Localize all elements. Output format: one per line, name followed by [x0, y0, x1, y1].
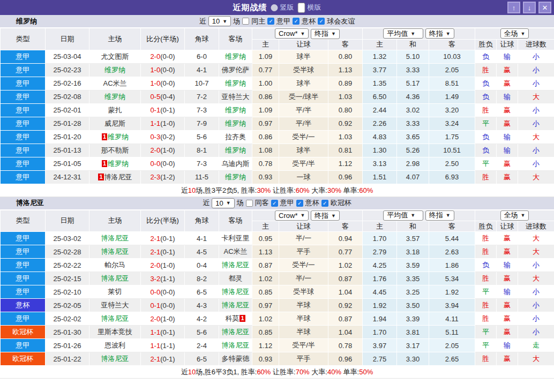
avg-home-odds: 1.51: [363, 170, 397, 184]
team-name: 亚特兰大: [222, 93, 250, 101]
match-count-select[interactable]: 10▼: [208, 16, 231, 26]
score-cell: 2-1(0-1): [141, 245, 185, 259]
result-goals: 小: [518, 312, 554, 326]
fulltime-score: 2-3: [150, 173, 160, 181]
away-team-cell: 维罗纳: [219, 77, 252, 90]
avg-home-odds: 2.44: [363, 103, 397, 117]
close-button[interactable]: ✕: [538, 2, 551, 13]
fulltime-score: 1-0: [150, 79, 160, 87]
handicap-away-odds: 1.04: [328, 285, 363, 299]
column-subheader: 主: [252, 221, 279, 232]
chevron-down-icon: ▼: [331, 213, 336, 218]
avg-away-odds: 2.65: [429, 352, 475, 366]
team-name: 博洛尼亚: [101, 274, 129, 282]
checkbox-同客[interactable]: [246, 200, 253, 207]
avg-stage-select[interactable]: 终指▼: [425, 210, 454, 221]
avg-source-select[interactable]: 平均值▼: [383, 28, 423, 39]
result-handicap: 赢: [497, 170, 518, 184]
halftime-score: (0-0): [160, 160, 175, 168]
league-badge: 意甲: [1, 232, 46, 245]
team-name: 帕尔马: [104, 261, 125, 269]
result-outcome: 胜: [475, 299, 497, 312]
checkbox-label: 意杯: [305, 198, 319, 208]
checkbox-意甲[interactable]: ✓: [267, 18, 274, 25]
score-cell: 2-1(0-1): [141, 352, 185, 366]
team-name: 尤文图斯: [101, 52, 129, 61]
near-label: 近: [199, 17, 206, 26]
result-goals: 小: [518, 77, 554, 90]
score-cell: 2-0(1-0): [141, 144, 185, 157]
match-row: 意甲25-02-23维罗纳1-0(0-0)4-1佛罗伦萨0.77受半球1.133…: [1, 63, 554, 77]
away-team-cell: 博洛尼亚: [219, 259, 252, 272]
halftime-score: (0-0): [160, 66, 175, 74]
away-team-cell: 卡利亚里: [219, 232, 252, 245]
home-team-cell: 博洛尼亚: [89, 245, 141, 259]
avg-source-select[interactable]: 平均值▼: [383, 210, 423, 221]
home-team-cell: 尤文图斯: [89, 50, 141, 63]
home-team-cell: 莱切: [89, 285, 141, 299]
checkbox-球会友谊[interactable]: ✓: [318, 18, 325, 25]
odds-source-select[interactable]: Crow*▼: [275, 28, 309, 39]
match-date: 25-01-20: [46, 130, 89, 144]
odds-stage-select[interactable]: 终指▼: [311, 210, 340, 221]
result-outcome: 负: [475, 144, 497, 157]
handicap-away-odds: 1.03: [328, 130, 363, 144]
view-option-vertical[interactable]: 竖版: [271, 3, 294, 12]
result-outcome: 胜: [475, 170, 497, 184]
checkbox-同主[interactable]: [242, 18, 249, 25]
score-cell: 2-1(0-1): [141, 232, 185, 245]
match-row: 意甲25-02-10莱切0-0(0-0)6-5博洛尼亚0.85受半球1.044.…: [1, 285, 554, 299]
score-cell: 2-0(1-0): [141, 312, 185, 326]
checkbox-意杯[interactable]: ✓: [296, 200, 303, 207]
away-team-cell: 亚特兰大: [219, 90, 252, 103]
home-team-cell: AC米兰: [89, 77, 141, 90]
corners-cell: 8-2: [185, 272, 219, 285]
avg-stage-select[interactable]: 终指▼: [425, 28, 454, 39]
result-outcome: 平: [475, 117, 497, 130]
result-handicap: 赢: [497, 245, 518, 259]
move-down-button[interactable]: ↓: [523, 2, 536, 13]
close-icon: ✕: [542, 4, 548, 12]
result-handicap: 输: [497, 339, 518, 352]
result-goals: 小: [518, 326, 554, 339]
avg-draw-odds: 4.36: [397, 90, 429, 103]
column-header: 客场: [219, 28, 252, 50]
move-up-button[interactable]: ↑: [507, 2, 520, 13]
avg-draw-odds: 4.07: [397, 170, 429, 184]
matches-table-0: 类型日期主场比分(半场)角球客场Crow*▼ 终指▼平均值▼ 终指▼全场▼主让球…: [0, 28, 554, 184]
column-subheader: 让球: [279, 221, 328, 232]
avg-source-select-value: 平均值: [387, 210, 408, 220]
match-date: 25-01-13: [46, 144, 89, 157]
column-subheader: 让球: [279, 39, 328, 50]
odds-stage-select[interactable]: 终指▼: [311, 29, 340, 39]
league-badge: 意甲: [1, 339, 46, 352]
avg-away-odds: 2.50: [429, 157, 475, 170]
odds-group-header: Crow*▼ 终指▼: [252, 210, 363, 221]
result-handicap: 赢: [497, 326, 518, 339]
result-outcome: 平: [475, 157, 497, 170]
fulltime-score: 2-1: [150, 355, 160, 363]
home-team-cell: 1维罗纳: [89, 157, 141, 170]
match-date: 24-12-31: [46, 170, 89, 184]
checkbox-欧冠杯[interactable]: ✓: [321, 200, 328, 207]
halftime-score: (0-0): [160, 52, 175, 61]
checkbox-意甲[interactable]: ✓: [271, 200, 278, 207]
period-select[interactable]: 全场▼: [500, 28, 529, 39]
corners-cell: 4-1: [185, 63, 219, 77]
view-option-horizontal[interactable]: 横版: [298, 3, 321, 13]
fulltime-score: 2-1: [150, 248, 160, 256]
period-select[interactable]: 全场▼: [500, 210, 529, 221]
away-team-cell: 拉齐奥: [219, 130, 252, 144]
checkbox-意杯[interactable]: ✓: [293, 18, 300, 25]
odds-source-select[interactable]: Crow*▼: [275, 210, 309, 221]
avg-away-odds: 3.24: [429, 117, 475, 130]
result-goals: 小: [518, 299, 554, 312]
column-subheader: 胜负: [475, 39, 497, 50]
column-subheader: 客: [429, 221, 475, 232]
match-count-select[interactable]: 10▼: [212, 198, 234, 208]
match-date: 25-02-05: [46, 299, 89, 312]
column-header: 类型: [1, 210, 46, 232]
team-name: 维罗纳: [225, 79, 246, 87]
team-name: 维罗纳: [225, 52, 246, 61]
away-team-cell: 博洛尼亚: [219, 299, 252, 312]
